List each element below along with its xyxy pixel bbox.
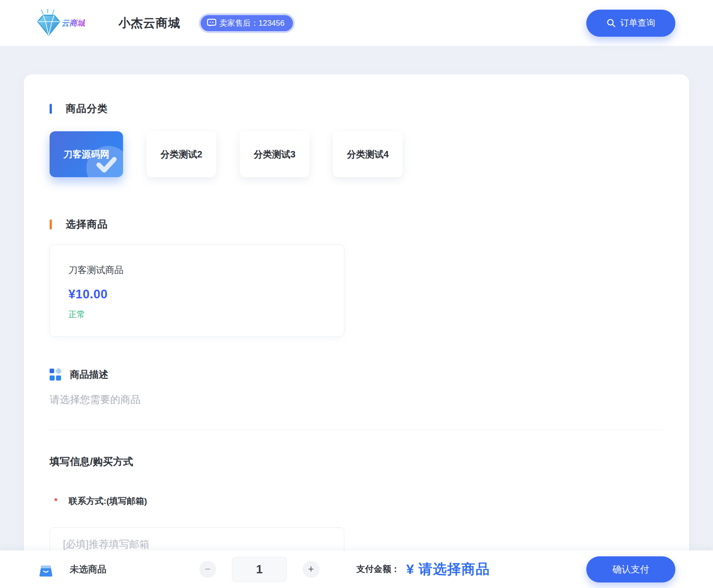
seller-support-text: 卖家售后：123456 [219,18,285,28]
order-query-label: 订单查询 [620,17,655,29]
quantity-input[interactable] [232,557,287,582]
quantity-stepper: − + [199,557,320,582]
category-item-selected[interactable]: 刀客源码网 [50,131,123,177]
contact-label: 联系方式:(填写邮箱) [68,495,147,507]
product-status: 正常 [68,309,326,320]
site-logo[interactable]: 云商城 [37,9,92,37]
category-label: 分类测试3 [253,148,295,161]
orange-section-bar [50,219,52,230]
quantity-minus-button[interactable]: − [199,561,216,578]
description-title: 商品描述 [70,368,108,381]
products-title: 选择商品 [66,218,108,231]
categories-section-title: 商品分类 [50,102,663,116]
confirm-pay-button[interactable]: 确认支付 [586,556,675,582]
shopping-bag-icon [37,560,55,578]
category-label: 分类测试2 [160,148,202,161]
seller-support-badge[interactable]: 卖家售后：123456 [201,15,293,31]
category-item[interactable]: 分类测试4 [333,131,403,177]
main-card: 商品分类 刀客源码网 分类测试2 分类测试3 分类测试4 选择商品 刀客测试商品 [24,74,689,588]
page-title: 小杰云商城 [118,15,180,31]
description-placeholder: 请选择您需要的商品 [50,393,663,407]
products-section: 选择商品 刀客测试商品 ¥10.00 正常 [50,218,663,337]
contact-field-label: * 联系方式:(填写邮箱) [50,495,663,507]
category-item[interactable]: 分类测试3 [240,131,309,177]
products-section-title: 选择商品 [50,218,663,231]
product-name: 刀客测试商品 [68,264,326,276]
category-item[interactable]: 分类测试2 [146,131,216,177]
categories-title: 商品分类 [66,102,108,116]
form-title: 填写信息/购买方式 [50,455,663,469]
header: 云商城 小杰云商城 卖家售后：123456 订单查询 [0,0,713,46]
divider [50,430,663,430]
chat-icon [207,19,216,27]
diamond-logo-icon [37,9,61,37]
category-list: 刀客源码网 分类测试2 分类测试3 分类测试4 [50,131,663,177]
grid-icon [50,369,62,381]
category-label: 分类测试4 [347,148,388,161]
product-price: ¥10.00 [68,287,326,302]
description-section: 商品描述 请选择您需要的商品 [50,368,663,430]
blue-section-bar [50,104,52,114]
pay-amount-value: ¥ 请选择商品 [406,560,490,579]
pay-amount-label: 支付金额： [356,563,400,575]
product-card[interactable]: 刀客测试商品 ¥10.00 正常 [50,244,344,337]
logo-text: 云商城 [62,18,85,28]
checkout-bar: 未选商品 − + 支付金额： ¥ 请选择商品 确认支付 [0,550,713,588]
order-query-button[interactable]: 订单查询 [586,10,675,37]
check-icon [94,153,118,177]
required-asterisk: * [54,496,57,506]
quantity-plus-button[interactable]: + [303,561,320,578]
selected-product-label: 未选商品 [70,563,107,576]
pay-amount-group: 支付金额： ¥ 请选择商品 [356,560,490,579]
search-icon [606,18,616,28]
